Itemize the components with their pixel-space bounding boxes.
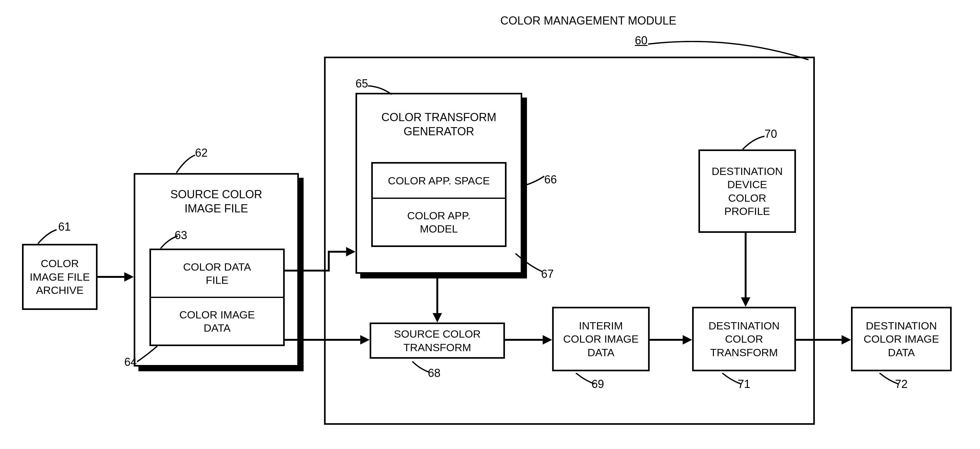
arrow-63-65 xyxy=(283,242,355,280)
block-color-app-model: COLOR APP. MODEL xyxy=(371,198,506,247)
block-generator: COLOR TRANSFORM GENERATOR COLOR APP. SPA… xyxy=(355,93,522,274)
leader-70 xyxy=(743,134,766,151)
source-file-label: SOURCE COLOR IMAGE FILE xyxy=(135,187,297,215)
leader-67 xyxy=(515,253,544,275)
block-color-data-file: COLOR DATA FILE xyxy=(150,248,285,297)
svg-marker-2 xyxy=(360,335,370,344)
block-archive-label: COLOR IMAGE FILE ARCHIVE xyxy=(30,257,90,297)
arrow-64-68 xyxy=(283,334,370,346)
block-dest-transform: DESTINATION COLOR TRANSFORM xyxy=(692,307,796,371)
ref-61: 61 xyxy=(58,220,71,234)
color-image-data-src-label: COLOR IMAGE DATA xyxy=(179,308,255,335)
arrow-65-68 xyxy=(431,279,444,323)
leader-63 xyxy=(161,234,179,250)
svg-marker-7 xyxy=(842,335,851,344)
svg-marker-4 xyxy=(543,335,552,344)
ref-64: 64 xyxy=(124,355,137,369)
generator-label: COLOR TRANSFORM GENERATOR xyxy=(357,110,521,139)
leader-62 xyxy=(176,153,198,175)
source-transform-label: SOURCE COLOR TRANSFORM xyxy=(394,327,481,354)
leader-72 xyxy=(879,373,898,388)
block-color-app-space: COLOR APP. SPACE xyxy=(371,162,506,198)
leader-64 xyxy=(137,346,159,365)
ref-66: 66 xyxy=(544,173,557,186)
color-app-space-label: COLOR APP. SPACE xyxy=(388,174,490,188)
block-source-file: SOURCE COLOR IMAGE FILE 63 COLOR DATA FI… xyxy=(134,173,299,366)
arrow-71-72 xyxy=(796,334,851,346)
color-data-file-label: COLOR DATA FILE xyxy=(183,260,251,287)
leader-71 xyxy=(722,373,741,388)
ref-module: 60 xyxy=(635,34,648,47)
svg-marker-1 xyxy=(346,247,355,256)
leader-69 xyxy=(576,373,595,388)
leader-68 xyxy=(412,361,431,377)
dest-profile-label: DESTINATION DEVICE COLOR PROFILE xyxy=(712,164,783,218)
svg-marker-3 xyxy=(433,313,442,323)
arrow-68-69 xyxy=(505,334,552,346)
ref-70: 70 xyxy=(765,127,777,141)
block-source-transform: SOURCE COLOR TRANSFORM xyxy=(370,323,505,359)
diagram-title: COLOR MANAGEMENT MODULE xyxy=(491,14,686,27)
ref-65: 65 xyxy=(355,77,368,90)
arrow-70-71 xyxy=(739,233,752,307)
dest-image-label: DESTINATION COLOR IMAGE DATA xyxy=(864,319,939,359)
block-interim: INTERIM COLOR IMAGE DATA xyxy=(552,307,650,371)
arrow-61-62 xyxy=(97,271,134,283)
block-dest-profile: DESTINATION DEVICE COLOR PROFILE xyxy=(698,150,796,233)
block-color-image-data-src: COLOR IMAGE DATA xyxy=(150,297,285,346)
leader-66 xyxy=(524,175,546,187)
svg-marker-5 xyxy=(683,335,692,344)
color-app-model-label: COLOR APP. MODEL xyxy=(407,209,471,236)
leader-65 xyxy=(368,83,393,96)
dest-transform-label: DESTINATION COLOR TRANSFORM xyxy=(708,319,780,359)
svg-marker-6 xyxy=(741,297,750,307)
arrow-69-71 xyxy=(650,334,692,346)
svg-marker-0 xyxy=(124,272,134,282)
block-dest-image: DESTINATION COLOR IMAGE DATA xyxy=(851,307,952,371)
block-archive: COLOR IMAGE FILE ARCHIVE xyxy=(22,244,97,310)
interim-label: INTERIM COLOR IMAGE DATA xyxy=(563,319,639,359)
leader-61 xyxy=(38,226,60,245)
